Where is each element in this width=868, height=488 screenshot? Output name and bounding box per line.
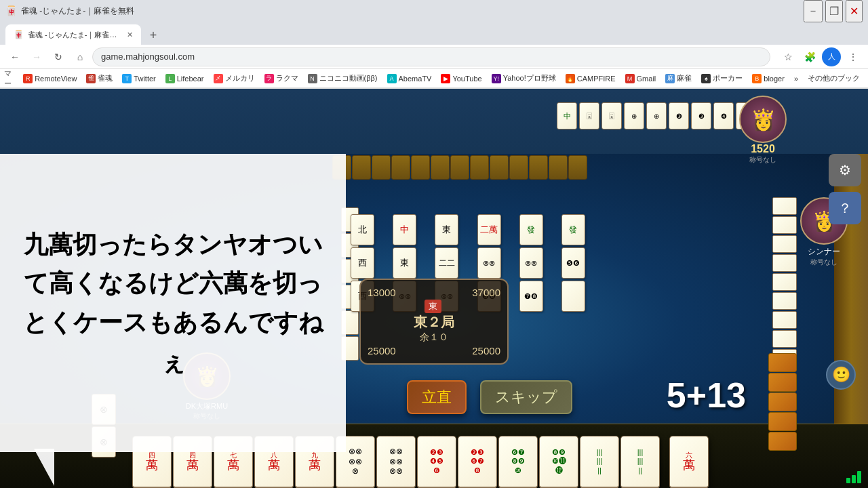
lifebear-icon: L <box>165 74 175 83</box>
opp-top-tile <box>431 155 450 180</box>
window-icon: 🀄 <box>5 5 17 16</box>
opp-right-tile <box>772 311 797 329</box>
bookmark-janma[interactable]: 雀 雀魂 <box>82 72 117 85</box>
commentary-text: 九萬切ったらタンヤオついて高くなるけど六萬を切っとくケースもあるんですねぇ <box>0 211 346 394</box>
rakuma-label: ラクマ <box>276 73 298 83</box>
opp-top-tile <box>352 155 371 180</box>
help-button[interactable]: ？ <box>829 192 861 224</box>
janma-label: 雀魂 <box>98 73 113 83</box>
bookmark-campfire[interactable]: 🔥 CAMPFIRE <box>561 73 620 85</box>
bookmark-poker[interactable]: ♠ ポーカー <box>697 72 747 85</box>
mercari-icon: メ <box>214 74 223 83</box>
bookmark-star-button[interactable]: ☆ <box>778 47 797 66</box>
opp-top-tile <box>529 155 548 180</box>
meld-tile: ❸ <box>669 102 689 129</box>
discard-tile <box>561 281 585 312</box>
discard-tile: ❼❽ <box>519 281 543 312</box>
menu-button[interactable]: ⋮ <box>844 47 863 66</box>
signal-bars <box>846 471 861 483</box>
hand-tile-11[interactable]: ❽❾❿⓫⓬ <box>539 436 578 488</box>
poker-icon: ♠ <box>701 74 711 83</box>
discard-tile: 中 <box>393 214 416 245</box>
maximize-button[interactable]: ❐ <box>825 0 843 22</box>
hand-tile-9[interactable]: ❷❸❻❼❽ <box>458 436 497 488</box>
discard-tile: 西 <box>351 247 374 279</box>
opp-right-tile <box>772 197 797 215</box>
bookmark-lifebear[interactable]: L Lifebear <box>161 73 208 85</box>
gmail-icon: M <box>625 74 635 83</box>
janma-icon: 雀 <box>86 74 96 83</box>
opp-top-tile <box>411 155 430 180</box>
bookmark-more[interactable]: » <box>790 73 802 84</box>
bookmark-abematv[interactable]: A AbemaTV <box>383 73 436 85</box>
bookmark-rakuma[interactable]: ラ ラクマ <box>260 72 302 85</box>
hand-tile-10[interactable]: ❻❼❽❾❿ <box>498 436 538 488</box>
bookmark-gmail[interactable]: M Gmail <box>621 73 660 85</box>
profile-button[interactable]: 人 <box>822 47 841 66</box>
top-player-avatar: 👸 <box>739 96 787 143</box>
dealer-wind: 東 <box>425 300 441 313</box>
tenpai-button[interactable]: 立直 <box>407 380 467 414</box>
skip-button[interactable]: スキップ <box>480 380 572 414</box>
minimize-button[interactable]: － <box>804 0 823 22</box>
right-wall-stack <box>768 353 797 451</box>
top-player-rank: 称号なし <box>749 155 776 165</box>
refresh-button[interactable]: ↻ <box>49 47 68 66</box>
bookmark-remoteview[interactable]: R RemoteView <box>19 73 81 85</box>
opp-right-tile <box>772 292 797 310</box>
close-button[interactable]: ✕ <box>846 0 863 22</box>
twitter-label: Twitter <box>134 75 155 83</box>
hand-tile-13[interactable]: |||||||| <box>620 436 660 488</box>
opponent-top-tiles <box>332 155 587 180</box>
opp-top-tile <box>470 155 489 180</box>
meld-tile: 中 <box>557 102 577 129</box>
right-player-rank: 称号なし <box>810 258 837 267</box>
meld-tile: ⊕ <box>624 102 644 129</box>
meld-tile: 🀇 <box>601 102 622 129</box>
right-player-name: シンナー <box>808 246 840 258</box>
mahjong-bm-label: 麻雀 <box>677 73 692 83</box>
discard-tile: 東 <box>435 214 458 245</box>
emoji-button[interactable]: 🙂 <box>826 360 856 390</box>
hand-tile-7[interactable]: ⊗⊗⊗⊗⊗⊗ <box>376 436 416 488</box>
title-bar: 🀄 雀魂 -じゃんたま-｜麻雀を無料 － ❐ ✕ <box>0 0 868 22</box>
gmail-label: Gmail <box>637 75 656 83</box>
bookmark-niconico[interactable]: N ニコニコ動画(ββ) <box>304 72 382 85</box>
extensions-button[interactable]: 🧩 <box>800 47 819 66</box>
bookmark-mahjong[interactable]: 麻 麻雀 <box>661 72 696 85</box>
active-tab[interactable]: 🀄 雀魂 -じゃんたま-｜麻雀を無料 ✕ <box>5 24 141 45</box>
opp-top-tile <box>490 155 509 180</box>
bookmark-youtube[interactable]: ▶ YouTube <box>437 73 486 85</box>
window-title: 雀魂 -じゃんたま-｜麻雀を無料 <box>21 5 134 17</box>
score-bottom-left: 25000 <box>368 345 396 357</box>
mercari-label: メルカリ <box>225 73 255 83</box>
hand-tile-drawn[interactable]: 六 萬 <box>669 436 709 488</box>
round-info: 東２局 <box>414 313 454 331</box>
bookmark-mercari[interactable]: メ メルカリ <box>210 72 259 85</box>
opp-top-tile <box>549 155 568 180</box>
settings-button[interactable]: ⚙ <box>829 154 861 186</box>
hand-tile-12[interactable]: |||||||| <box>580 436 619 488</box>
bookmark-bloger[interactable]: B bloger <box>748 73 789 85</box>
tab-favicon: 🀄 <box>14 30 24 39</box>
tab-close-icon[interactable]: ✕ <box>127 30 133 39</box>
forward-button[interactable]: → <box>27 47 46 66</box>
opp-top-tile <box>509 155 528 180</box>
tab-title: 雀魂 -じゃんたま-｜麻雀を無料 <box>28 30 123 40</box>
top-open-melds: 中 🀇 🀇 ⊕ ⊕ ❸ ❸ ❹ ❺ <box>557 102 756 129</box>
bookmark-twitter[interactable]: T Twitter <box>118 73 159 85</box>
yahoo-label: Yahoo!プロ野球 <box>503 73 556 83</box>
new-tab-button[interactable]: + <box>144 26 163 45</box>
bookmark-other[interactable]: その他のブック <box>804 72 864 85</box>
remaining-tiles: 余１０ <box>420 331 448 344</box>
opp-top-tile <box>568 155 587 180</box>
top-player-score: 1520 <box>751 143 775 155</box>
wall-tile <box>768 412 797 431</box>
center-panel: 13000 37000 東 東２局 余１０ 25000 25000 <box>359 279 509 365</box>
back-button[interactable]: ← <box>5 47 24 66</box>
hand-tile-8[interactable]: ❷❸❹❺❻ <box>417 436 456 488</box>
right-opponent-tiles <box>772 197 797 367</box>
address-input[interactable] <box>92 47 770 66</box>
bookmark-yahoo-baseball[interactable]: Y! Yahoo!プロ野球 <box>488 72 560 85</box>
home-button[interactable]: ⌂ <box>71 47 90 66</box>
